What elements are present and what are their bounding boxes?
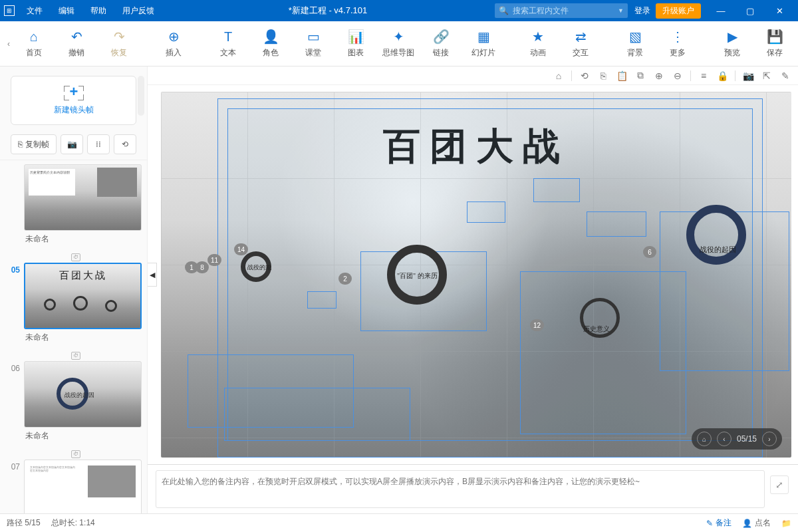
background-button-icon: ▧	[627, 29, 643, 45]
class-button[interactable]: ▭课堂	[293, 25, 334, 63]
sidebar-scrollbar[interactable]	[138, 76, 144, 116]
animation-button-icon: ★	[530, 29, 546, 45]
home-nav-button[interactable]: ⌂	[697, 432, 712, 446]
thumb-number: 06	[4, 361, 20, 373]
ink-circle-icon[interactable]	[686, 205, 746, 265]
camera-icon[interactable]: 📷	[742, 70, 754, 81]
scan-button[interactable]: ⁞⁞	[87, 134, 110, 154]
close-button[interactable]: ✕	[765, 0, 794, 21]
notes-panel: ⤢	[148, 464, 798, 513]
copy-frame-button[interactable]: ⎘ 复制帧	[11, 134, 57, 154]
copy-icon[interactable]: ⎘	[597, 70, 609, 81]
lock-icon[interactable]: 🔒	[716, 70, 728, 81]
interact-button[interactable]: ⇄交互	[560, 25, 601, 63]
element-badge: 11	[207, 254, 221, 266]
thumbnail[interactable]: 历史背景简介文本内容说明	[24, 164, 142, 231]
menu-2[interactable]: 帮助	[84, 3, 113, 19]
animation-button[interactable]: ★动画	[517, 25, 559, 63]
thumb-label: 未命名	[24, 428, 142, 444]
titlebar: ⊞ 文件编辑帮助用户反馈 *新建工程 - v4.7.101 🔍 ▼ 登录 升级账…	[0, 0, 798, 21]
insert-button-label: 插入	[166, 47, 182, 59]
prev-slide-button[interactable]: ‹	[717, 432, 732, 446]
likes-button[interactable]: 👤 点名	[742, 517, 771, 529]
collapse-sidebar-button[interactable]: ◀	[148, 263, 157, 287]
next-slide-button[interactable]: ›	[762, 432, 777, 446]
animation-button-label: 动画	[530, 47, 546, 59]
thumbnail[interactable]: 百团大战	[24, 263, 142, 329]
align-icon[interactable]: ≡	[698, 70, 710, 81]
refresh-button[interactable]: ⟲	[114, 134, 136, 154]
expand-notes-button[interactable]: ⤢	[770, 475, 789, 494]
zoom-in-icon[interactable]: ⊕	[653, 70, 665, 81]
login-link[interactable]: 登录	[634, 5, 650, 17]
undo-button[interactable]: ↶撤销	[56, 25, 97, 63]
notes-toggle[interactable]: ✎ 备注	[706, 517, 732, 529]
new-frame-label: 新建镜头帧	[54, 104, 94, 116]
mindmap-button[interactable]: ✦思维导图	[378, 25, 419, 63]
preview-button-label: 预览	[724, 47, 740, 59]
save-button[interactable]: 💾保存	[754, 25, 794, 63]
chevron-down-icon[interactable]: ▼	[618, 7, 624, 14]
link-button-icon: 🔗	[433, 29, 449, 45]
thumbnail-row: 07文本段落内容文本段落内容文本段落内容文本段落内容	[4, 460, 147, 513]
home-icon[interactable]: ⌂	[553, 70, 565, 81]
minimize-button[interactable]: —	[706, 0, 735, 21]
more-button[interactable]: ⋮更多	[657, 25, 698, 63]
stack-icon[interactable]: ⧉	[634, 70, 646, 81]
thumb-label: 未命名	[24, 329, 142, 346]
element-badge: 6	[643, 246, 656, 258]
camera-button[interactable]: 📷	[61, 134, 83, 154]
chart-button-label: 图表	[348, 47, 364, 59]
home-button-icon: ⌂	[26, 29, 42, 45]
selection-box[interactable]	[587, 211, 646, 237]
slide-button[interactable]: ▦幻灯片	[463, 25, 504, 63]
preview-button-icon: ▶	[724, 29, 740, 45]
toolbar-scroll-left[interactable]: ‹	[4, 39, 13, 49]
background-button[interactable]: ▧背景	[614, 25, 656, 63]
text-button[interactable]: T文本	[207, 25, 249, 63]
search-box[interactable]: 🔍 ▼	[495, 3, 628, 18]
more-button-icon: ⋮	[670, 29, 686, 45]
link-button[interactable]: 🔗链接	[420, 25, 462, 63]
menu-1[interactable]: 编辑	[52, 3, 81, 19]
thumbnail[interactable]: 战役的起因	[24, 361, 142, 428]
copy-frame-label: 复制帧	[25, 139, 49, 150]
maximize-button[interactable]: ▢	[735, 0, 765, 21]
canvas-label[interactable]: 战役的规	[247, 263, 271, 272]
canvas-label[interactable]: 历史意义	[583, 325, 610, 334]
canvas-label[interactable]: "百团" 的来历	[397, 271, 438, 281]
redo-button[interactable]: ↷恢复	[98, 25, 140, 63]
menu-3[interactable]: 用户反馈	[116, 3, 161, 19]
thumbnail[interactable]: 文本段落内容文本段落内容文本段落内容文本段落内容	[24, 460, 142, 513]
selection-box[interactable]	[467, 201, 505, 223]
selection-box[interactable]	[533, 178, 580, 202]
selection-box[interactable]	[224, 388, 410, 441]
thumb-number	[4, 164, 20, 167]
undo-button-icon: ↶	[68, 29, 84, 45]
canvas[interactable]: 百团大战 战役的规 "百团" 的来历	[161, 92, 791, 458]
menu-0[interactable]: 文件	[20, 3, 49, 19]
home-button[interactable]: ⌂首页	[13, 25, 55, 63]
upgrade-button[interactable]: 升级账户	[656, 3, 701, 19]
new-frame-button[interactable]: + 新建镜头帧	[11, 76, 136, 125]
app-logo-icon: ⊞	[4, 5, 15, 16]
folder-button[interactable]: 📁	[781, 519, 791, 528]
thumb-label: 未命名	[24, 231, 142, 247]
thumbnail-list: 历史背景简介文本内容说明未命名⏱05百团大战未命名⏱06战役的起因未命名⏱07文…	[0, 160, 147, 513]
role-button[interactable]: 👤角色	[250, 25, 291, 63]
preview-button[interactable]: ▶预览	[712, 25, 753, 63]
canvas-label[interactable]: 战役的起因	[700, 245, 736, 255]
background-button-label: 背景	[627, 47, 643, 59]
save-button-icon: 💾	[767, 29, 783, 45]
notes-input[interactable]	[156, 470, 765, 508]
insert-button[interactable]: ⊕插入	[153, 25, 194, 63]
search-input[interactable]	[513, 6, 614, 15]
chart-button[interactable]: 📊图表	[335, 25, 376, 63]
export-icon[interactable]: ⇱	[761, 70, 773, 81]
edit-icon[interactable]: ✎	[779, 70, 791, 81]
zoom-out-icon[interactable]: ⊖	[672, 70, 684, 81]
rotate-left-icon[interactable]: ⟲	[579, 70, 591, 81]
selection-box[interactable]	[307, 291, 336, 309]
paste-icon[interactable]: 📋	[616, 70, 628, 81]
thumbnail-row: 历史背景简介文本内容说明未命名	[4, 164, 147, 247]
